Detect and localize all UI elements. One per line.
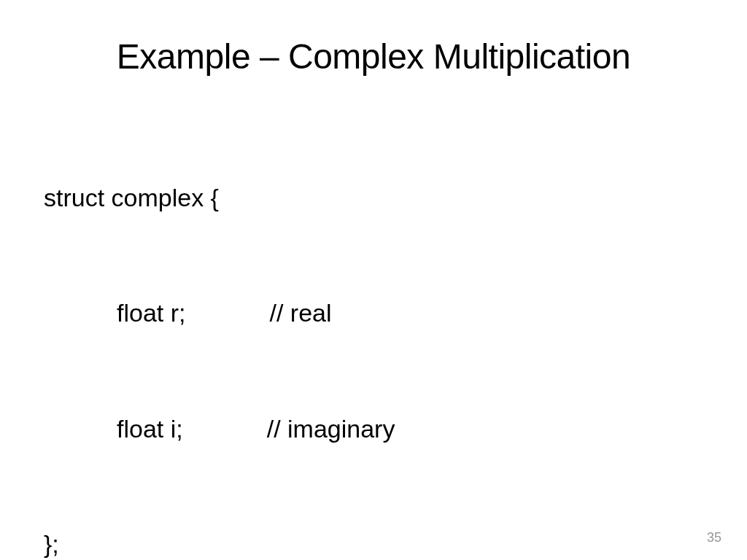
page-number: 35 (707, 530, 721, 545)
code-line-2: float r;// real (44, 294, 703, 332)
code-line-4: }; (44, 525, 703, 560)
slide-container: Example – Complex Multiplication struct … (0, 0, 747, 560)
code-fragment-comment-real: // real (269, 299, 331, 327)
code-line-1: struct complex { (44, 179, 703, 217)
code-fragment-float-i: float i; (117, 415, 183, 443)
code-fragment-comment-imaginary: // imaginary (267, 415, 395, 443)
code-block: struct complex { float r;// real float i… (44, 102, 703, 560)
code-fragment-float-r: float r; (117, 299, 185, 327)
slide-title: Example – Complex Multiplication (44, 36, 703, 77)
code-line-3: float i;// imaginary (44, 410, 703, 448)
